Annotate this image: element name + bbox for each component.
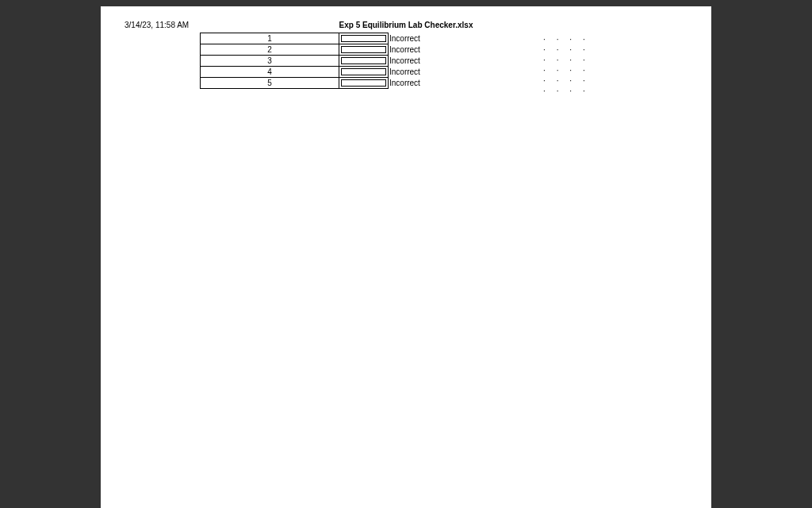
answer-box — [341, 57, 386, 64]
answer-cell — [339, 78, 389, 89]
table-row: 3Incorrect — [201, 56, 436, 67]
dot-row: · · · · — [543, 65, 585, 75]
status-text: Incorrect — [389, 78, 436, 89]
table-row: 1Incorrect — [201, 33, 436, 44]
dot-row: · · · · — [543, 86, 585, 96]
content-row: 1Incorrect2Incorrect3Incorrect4Incorrect… — [124, 33, 688, 96]
answer-cell — [339, 67, 389, 78]
dot-row: · · · · — [543, 55, 585, 65]
answer-box — [341, 68, 386, 75]
print-timestamp: 3/14/23, 11:58 AM — [124, 21, 189, 29]
status-text: Incorrect — [389, 56, 436, 67]
table-row: 2Incorrect — [201, 44, 436, 56]
status-text: Incorrect — [389, 67, 436, 78]
answer-box — [341, 79, 386, 87]
page-header: 3/14/23, 11:58 AM Exp 5 Equilibrium Lab … — [124, 21, 688, 29]
answer-cell — [339, 33, 389, 44]
row-index: 1 — [201, 33, 339, 44]
dot-row: · · · · — [543, 44, 585, 55]
document-page: 3/14/23, 11:58 AM Exp 5 Equilibrium Lab … — [101, 6, 711, 508]
row-index: 5 — [201, 78, 339, 89]
dot-row: · · · · — [543, 75, 585, 86]
table-row: 5Incorrect — [201, 78, 436, 89]
answer-cell — [339, 56, 389, 67]
table-row: 4Incorrect — [201, 67, 436, 78]
dot-row: · · · · — [543, 34, 585, 44]
row-index: 3 — [201, 56, 339, 67]
answer-cell — [339, 44, 389, 56]
row-index: 2 — [201, 44, 339, 56]
status-text: Incorrect — [389, 33, 436, 44]
status-text: Incorrect — [389, 44, 436, 56]
document-title: Exp 5 Equilibrium Lab Checker.xlsx — [339, 21, 473, 29]
checker-table: 1Incorrect2Incorrect3Incorrect4Incorrect… — [200, 33, 436, 89]
row-index: 4 — [201, 67, 339, 78]
answer-box — [341, 46, 386, 53]
answer-box — [341, 35, 386, 42]
dots-column: · · · ·· · · ·· · · ·· · · ·· · · ·· · ·… — [543, 33, 585, 96]
